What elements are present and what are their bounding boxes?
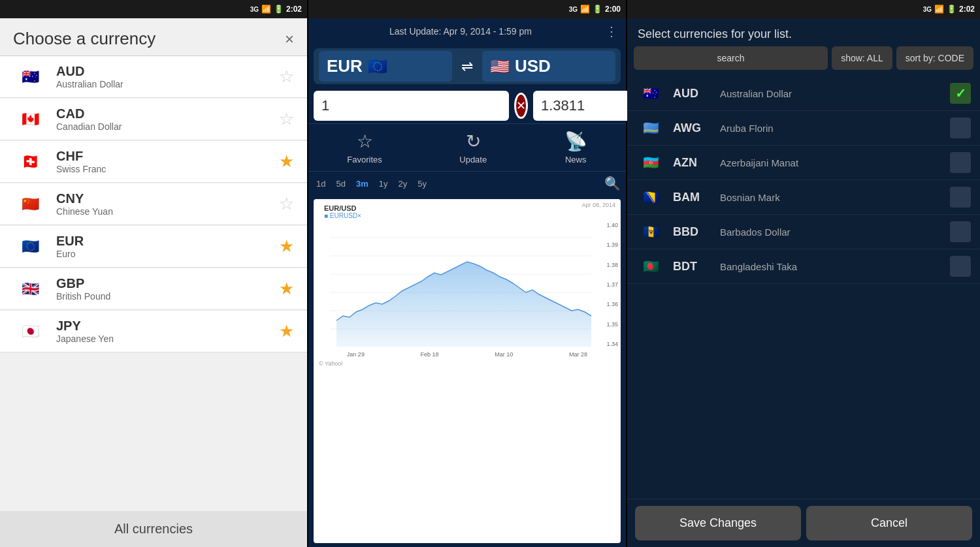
currency-name: Canadian Dollar xyxy=(56,121,279,132)
currency-info: CNY Chinese Yuan xyxy=(56,191,279,217)
select-code: BDT xyxy=(673,260,712,274)
chart-date: Apr 08, 2014 xyxy=(581,202,615,208)
currency-flag: 🇬🇧 xyxy=(13,277,47,301)
currency-code: EUR xyxy=(56,234,279,249)
action-bar: ☆ Favorites ↻ Update 📡 News xyxy=(308,123,626,172)
menu-dots-icon[interactable]: ⋮ xyxy=(605,23,618,39)
news-action[interactable]: 📡 News xyxy=(564,131,587,164)
chart-area: EUR/USD ■ EURUSD× Apr 08, 2014 xyxy=(314,199,621,543)
select-code: BAM xyxy=(673,191,712,204)
currency-code: GBP xyxy=(56,276,279,291)
panel1-battery: 🔋 xyxy=(274,5,284,14)
news-label: News xyxy=(565,155,587,164)
panel3-header: Select currencies for your list. xyxy=(627,18,980,46)
select-code: BBD xyxy=(673,225,712,239)
select-name: Aruba Florin xyxy=(720,123,942,134)
favorites-action[interactable]: ☆ Favorites xyxy=(347,131,382,164)
currency-checkbox[interactable] xyxy=(950,256,971,277)
panel2-battery: 🔋 xyxy=(593,5,602,14)
from-currency-flag: 🇪🇺 xyxy=(368,57,387,76)
to-currency-flag: 🇺🇸 xyxy=(490,57,510,76)
star-icon[interactable]: ☆ xyxy=(279,194,294,214)
currency-checkbox[interactable]: ✓ xyxy=(950,83,971,104)
panel2-status-bar: 3G 📶 🔋 2:00 xyxy=(308,0,626,18)
update-action[interactable]: ↻ Update xyxy=(459,131,487,164)
currency-code: JPY xyxy=(56,319,279,334)
favorites-label: Favorites xyxy=(347,155,382,164)
select-currency-item[interactable]: 🇦🇿 AZN Azerbaijani Manat xyxy=(627,146,980,180)
amount-input[interactable] xyxy=(314,91,509,121)
to-currency-selector[interactable]: 🇺🇸 USD xyxy=(482,51,615,82)
star-icon[interactable]: ☆ xyxy=(279,109,294,129)
chart-tab-3m[interactable]: 3m xyxy=(353,178,371,190)
panel1-content: Choose a currency × 🇦🇺 AUD Australian Do… xyxy=(0,18,307,547)
chart-search-icon[interactable]: 🔍 xyxy=(604,176,621,191)
panel3-signal-bars: 📶 xyxy=(934,5,944,14)
currency-code: CNY xyxy=(56,191,279,206)
all-currencies-button[interactable]: All currencies xyxy=(0,511,307,547)
currency-list-item[interactable]: 🇦🇺 AUD Australian Dollar ☆ xyxy=(0,56,307,98)
currency-flag: 🇨🇭 xyxy=(13,150,47,174)
save-changes-button[interactable]: Save Changes xyxy=(635,506,801,540)
select-currency-item[interactable]: 🇧🇩 BDT Bangladeshi Taka xyxy=(627,249,980,284)
chart-tab-1y[interactable]: 1y xyxy=(376,178,391,190)
select-name: Australian Dollar xyxy=(720,88,942,99)
currency-name: Swiss Franc xyxy=(56,164,279,174)
currency-pair-row: EUR 🇪🇺 ⇌ 🇺🇸 USD xyxy=(314,48,621,84)
chart-sublabel: ■ EURUSD× xyxy=(319,212,615,219)
favorites-icon: ☆ xyxy=(357,131,373,152)
chart-tab-5y[interactable]: 5y xyxy=(415,178,429,190)
currency-list-item[interactable]: 🇨🇦 CAD Canadian Dollar ☆ xyxy=(0,99,307,140)
star-icon[interactable]: ★ xyxy=(279,321,294,341)
from-currency-selector[interactable]: EUR 🇪🇺 xyxy=(319,51,452,82)
star-icon[interactable]: ★ xyxy=(279,279,294,299)
search-button[interactable]: search xyxy=(634,46,828,70)
chart-label: EUR/USD xyxy=(319,202,615,212)
star-icon[interactable]: ☆ xyxy=(279,67,294,87)
cancel-button[interactable]: Cancel xyxy=(806,506,972,540)
currency-info: JPY Japanese Yen xyxy=(56,319,279,344)
choose-currency-panel: 3G 📶 🔋 2:02 Choose a currency × 🇦🇺 AUD A… xyxy=(0,0,307,547)
select-flag: 🇦🇺 xyxy=(636,84,665,103)
currency-list-item[interactable]: 🇪🇺 EUR Euro ★ xyxy=(0,226,307,268)
close-button[interactable]: × xyxy=(285,30,294,48)
currency-list-item[interactable]: 🇨🇭 CHF Swiss Franc ★ xyxy=(0,141,307,183)
select-currency-item[interactable]: 🇧🇦 BAM Bosnian Mark xyxy=(627,180,980,215)
currency-flag: 🇨🇦 xyxy=(13,108,47,131)
currency-list-item[interactable]: 🇬🇧 GBP British Pound ★ xyxy=(0,268,307,310)
sort-by-code-button[interactable]: sort by: CODE xyxy=(896,46,973,70)
last-update-text: Last Update: Apr 9, 2014 - 1:59 pm xyxy=(316,26,605,37)
chart-tab-2y[interactable]: 2y xyxy=(395,178,410,190)
select-flag: 🇧🇩 xyxy=(636,257,665,276)
show-all-button[interactable]: show: ALL xyxy=(832,46,892,70)
select-currency-item[interactable]: 🇧🇧 BBD Barbados Dollar xyxy=(627,215,980,249)
star-icon[interactable]: ★ xyxy=(279,236,294,257)
swap-arrow-icon[interactable]: ⇌ xyxy=(456,55,478,78)
currency-list-item[interactable]: 🇨🇳 CNY Chinese Yuan ☆ xyxy=(0,183,307,225)
to-currency-code: USD xyxy=(515,56,551,76)
currency-checkbox[interactable] xyxy=(950,152,971,173)
panel3-toolbar: search show: ALL sort by: CODE xyxy=(627,46,980,76)
currency-checkbox[interactable] xyxy=(950,187,971,208)
star-icon[interactable]: ★ xyxy=(279,151,294,172)
select-flag: 🇧🇦 xyxy=(636,187,665,207)
currency-code: CHF xyxy=(56,149,279,164)
select-currency-item[interactable]: 🇦🇺 AUD Australian Dollar ✓ xyxy=(627,76,980,111)
select-code: AWG xyxy=(673,121,712,135)
chart-tab-5d[interactable]: 5d xyxy=(333,178,348,190)
currency-checkbox[interactable] xyxy=(950,117,971,138)
panel2-signal-bars: 📶 xyxy=(580,5,590,14)
currency-list: 🇦🇺 AUD Australian Dollar ☆ 🇨🇦 CAD Canadi… xyxy=(0,56,307,510)
panel1-signal-bars: 📶 xyxy=(261,5,271,14)
currency-info: EUR Euro xyxy=(56,234,279,259)
chart-svg xyxy=(314,219,621,350)
amount-row: ✕ xyxy=(314,91,621,121)
panel1-time: 2:02 xyxy=(286,5,302,14)
currency-name: British Pound xyxy=(56,291,279,302)
chart-tab-1d[interactable]: 1d xyxy=(314,178,328,190)
select-currency-item[interactable]: 🇦🇼 AWG Aruba Florin xyxy=(627,111,980,146)
panel3-content: Select currencies for your list. search … xyxy=(627,18,980,547)
currency-checkbox[interactable] xyxy=(950,221,971,242)
clear-button[interactable]: ✕ xyxy=(514,93,528,119)
currency-list-item[interactable]: 🇯🇵 JPY Japanese Yen ★ xyxy=(0,311,307,352)
